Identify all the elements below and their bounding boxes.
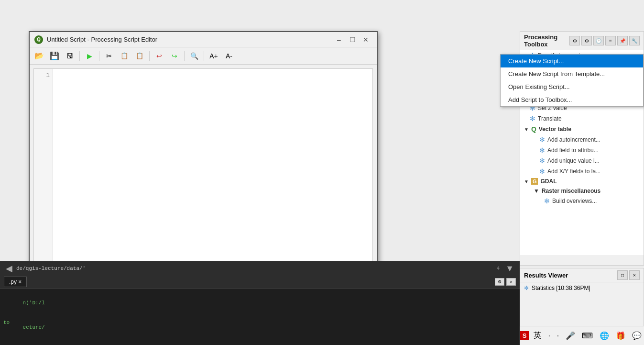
- bottom-nav-bar: ◀ de/qgis-lecture/data/' 4 ▼: [0, 261, 520, 276]
- toolbox-group-vector-table[interactable]: ▼ Q Vector table: [520, 124, 644, 134]
- open-file-button[interactable]: 📂: [33, 50, 46, 62]
- context-menu-item-open-existing[interactable]: Open Existing Script...: [501, 80, 643, 93]
- bottom-left-to-text: to: [3, 320, 10, 325]
- context-menu: Create New Script... Create New Script f…: [500, 54, 644, 107]
- script-editor-title-left: Q Untitled Script - Processing Script Ed…: [34, 35, 157, 44]
- toolbox-wrench-btn[interactable]: 🔧: [629, 36, 640, 45]
- toolbox-item-build-overviews[interactable]: ✻ Build overviews...: [520, 196, 644, 206]
- q-icon-vector-table: Q: [531, 125, 536, 133]
- bottom-panel-settings-btn[interactable]: ⚙: [495, 278, 504, 286]
- redo-icon: ↪: [172, 52, 177, 60]
- toolbox-item-label-9: Add field to attribu...: [547, 147, 599, 154]
- taskbar-dot1-icon[interactable]: ·: [546, 331, 552, 341]
- cut-icon: ✂: [106, 52, 112, 60]
- line-number-1: 1: [37, 72, 50, 79]
- increase-font-icon: A+: [209, 52, 218, 60]
- toolbar-separator-3: [149, 51, 150, 61]
- cog-icon-8: ✻: [539, 136, 545, 144]
- context-menu-item-create-new[interactable]: Create New Script...: [501, 55, 643, 67]
- toolbar-separator-5: [204, 51, 204, 61]
- results-close-btn[interactable]: ×: [629, 270, 640, 280]
- cog-icon-7: ✻: [530, 115, 535, 122]
- code-line-2: ecture/: [0, 315, 520, 340]
- nav-dropdown-btn[interactable]: ▼: [503, 264, 516, 274]
- toolbox-item-label-10: Add unique value i...: [547, 157, 600, 164]
- context-menu-open-existing-label: Open Existing Script...: [508, 83, 570, 90]
- taskbar-sougou-icon[interactable]: S: [520, 331, 529, 340]
- tab-py[interactable]: .py ×: [4, 277, 27, 287]
- context-menu-item-create-template[interactable]: Create New Script from Template...: [501, 67, 643, 80]
- toolbox-list-btn[interactable]: ≡: [605, 36, 616, 45]
- run-icon: ▶: [87, 52, 92, 60]
- bottom-panel-close-btn[interactable]: ×: [506, 278, 516, 286]
- toolbox-controls: ⚙ ⚙ 🕐 ≡ 📌 🔧: [569, 36, 640, 45]
- path-display: de/qgis-lecture/data/': [16, 266, 494, 271]
- taskbar-gift-icon[interactable]: 🎁: [614, 330, 627, 341]
- toolbar-separator-2: [99, 51, 99, 61]
- taskbar-keyboard-icon[interactable]: ⌨: [580, 330, 595, 341]
- toolbox-title: Processing Toolbox: [524, 33, 569, 48]
- toolbox-group-label-vector-table: Vector table: [539, 126, 571, 133]
- toolbox-item-label-12: Build overviews...: [552, 198, 597, 204]
- save-icon: 💾: [50, 51, 59, 60]
- redo-button[interactable]: ↪: [168, 50, 181, 62]
- results-item-statistics[interactable]: ✻ Statistics [10:38:36PM]: [520, 282, 644, 294]
- cut-button[interactable]: ✂: [102, 50, 116, 62]
- cog-icon-12: ✻: [544, 197, 550, 205]
- toolbox-clock-btn[interactable]: 🕐: [593, 36, 604, 45]
- toolbox-item-add-field[interactable]: ✻ Add field to attribu...: [520, 145, 644, 156]
- paste-icon: 📋: [136, 52, 143, 59]
- context-menu-item-add-to-toolbox[interactable]: Add Script to Toolbox...: [501, 93, 643, 106]
- nav-left-btn[interactable]: ◀: [4, 263, 14, 274]
- context-menu-add-toolbox-label: Add Script to Toolbox...: [508, 96, 572, 103]
- toolbar-separator-4: [184, 51, 185, 61]
- taskbar-chat-icon[interactable]: 💬: [630, 330, 644, 341]
- arrow-icon-gdal: ▼: [524, 179, 529, 184]
- code-line-1: n('D:/l: [0, 290, 520, 315]
- run-script-button[interactable]: ▶: [83, 50, 96, 62]
- save-file-button[interactable]: 💾: [48, 50, 61, 62]
- results-controls: □ ×: [617, 270, 640, 280]
- results-title-bar: Results Viewer □ ×: [520, 268, 644, 282]
- script-editor-title-bar: Q Untitled Script - Processing Script Ed…: [30, 32, 377, 47]
- paste-button[interactable]: 📋: [133, 50, 146, 62]
- toolbox-item-translate[interactable]: ✻ Translate: [520, 113, 644, 124]
- bottom-panel-controls: ⚙ ×: [495, 278, 516, 286]
- arrow-icon-vector-table: ▼: [524, 127, 529, 132]
- results-minimize-btn[interactable]: □: [617, 270, 628, 280]
- taskbar-ime-en-icon[interactable]: 英: [532, 330, 543, 342]
- minimize-button[interactable]: –: [333, 35, 345, 45]
- results-title-text: Results Viewer: [524, 272, 568, 279]
- close-button[interactable]: ✕: [360, 35, 372, 45]
- toolbox-item-label-8: Add autoincrement...: [547, 136, 600, 143]
- bottom-panel-header: .py × ⚙ ×: [0, 276, 520, 289]
- toolbox-subgroup-raster-misc[interactable]: ▼ Raster miscellaneous: [520, 186, 644, 196]
- undo-button[interactable]: ↩: [153, 50, 166, 62]
- taskbar-globe-icon[interactable]: 🌐: [598, 330, 611, 341]
- copy-button[interactable]: 📋: [118, 50, 131, 62]
- qgis-logo-icon: Q: [34, 35, 43, 44]
- taskbar-dot2-icon[interactable]: ·: [555, 331, 561, 341]
- script-editor-toolbar: 📂 💾 🖫 ▶ ✂ 📋 📋 ↩ ↪ 🔍: [30, 47, 377, 65]
- results-item-label: Statistics [10:38:36PM]: [532, 285, 590, 291]
- toolbar-separator-1: [79, 51, 80, 61]
- toolbox-group-gdal[interactable]: ▼ G GDAL: [520, 177, 644, 186]
- maximize-button[interactable]: ☐: [346, 35, 359, 45]
- toolbox-subgroup-label: Raster miscellaneous: [542, 188, 600, 194]
- toolbox-item-autoincrement[interactable]: ✻ Add autoincrement...: [520, 134, 644, 145]
- toolbox-item-unique-value[interactable]: ✻ Add unique value i...: [520, 156, 644, 166]
- save-as-file-button[interactable]: 🖫: [63, 50, 76, 62]
- taskbar-mic-icon[interactable]: 🎤: [564, 330, 577, 341]
- toolbox-item-xy-fields[interactable]: ✻ Add X/Y fields to la...: [520, 166, 644, 177]
- results-item-cog-icon: ✻: [524, 285, 529, 291]
- code-line-3: 8')).re: [0, 340, 520, 345]
- increase-font-button[interactable]: A+: [207, 50, 220, 62]
- bottom-line-num: 4: [496, 266, 502, 271]
- toolbox-title-bar: Processing Toolbox ⚙ ⚙ 🕐 ≡ 📌 🔧: [520, 32, 644, 50]
- toolbox-settings-btn[interactable]: ⚙: [581, 36, 592, 45]
- toolbox-refresh-btn[interactable]: ⚙: [569, 36, 580, 45]
- system-taskbar: S 英 · · 🎤 ⌨ 🌐 🎁 💬: [520, 326, 644, 345]
- find-button[interactable]: 🔍: [187, 50, 201, 62]
- toolbox-pin-btn[interactable]: 📌: [617, 36, 628, 45]
- decrease-font-button[interactable]: A-: [222, 50, 236, 62]
